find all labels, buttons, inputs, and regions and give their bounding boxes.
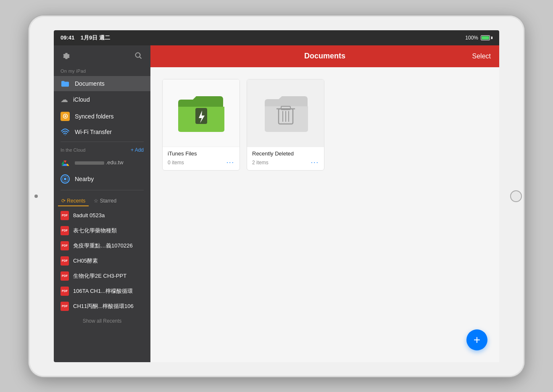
recent-files-list: PDF 8adult 0523a PDF 表七化學藥物種類 PDF 免疫學重點…… [54,208,150,314]
search-button[interactable] [133,50,144,63]
ipad-frame: 09:41 1月9日 週二 100% [29,16,524,377]
itunes-card-info: iTunes Files 0 items ··· [163,147,240,170]
pdf-icon-3: PDF [61,241,69,250]
battery-percent: 100% [465,35,478,41]
fab-add-button[interactable]: + [466,329,487,350]
recent-file-name-5: 生物化學2E CH3-PPT [73,272,126,280]
svg-point-0 [136,53,140,57]
itunes-folder-preview [163,79,240,147]
battery-fill [482,36,489,39]
recent-file-3[interactable]: PDF 免疫學重點…義1070226 [54,238,150,253]
recent-file-name-1: 8adult 0523a [73,212,105,218]
icloud-icon: ☁ [61,95,68,104]
pdf-icon-5: PDF [61,271,69,281]
sidebar: On my iPad Documents ☁ iCloud [54,45,150,362]
itunes-name: iTunes Files [168,150,234,157]
ipad-screen: 09:41 1月9日 週二 100% [54,30,499,362]
sidebar-item-gdrive[interactable]: .edu.tw [54,155,150,171]
show-all-recents[interactable]: Show all Recents [54,314,150,328]
svg-line-1 [140,57,142,59]
battery-icon [481,35,492,40]
sidebar-item-synced[interactable]: Synced folders [54,108,150,125]
home-indicator [34,195,38,198]
status-time: 09:41 [61,34,74,41]
file-card-recently-deleted[interactable]: Recently Deleted 2 items ··· [247,79,324,171]
svg-point-3 [65,134,66,135]
tab-starred[interactable]: ☆ Starred [90,196,120,206]
recents-tabs: ⟳ Recents ☆ Starred [54,193,150,208]
divider-1 [61,142,144,142]
recent-file-name-2: 表七化學藥物種類 [73,227,117,234]
itunes-items: 0 items [168,160,184,166]
trash-folder-icon [263,93,309,133]
starred-tab-icon: ☆ [94,198,98,204]
folder-blue-icon [61,80,70,87]
add-cloud-link[interactable]: + Add [131,147,144,153]
tab-recents[interactable]: ⟳ Recents [58,196,89,206]
pdf-icon-4: PDF [61,256,69,266]
status-right: 100% [465,35,492,41]
synced-icon [61,112,70,121]
recents-tab-icon: ⟳ [61,198,66,204]
main-title: Documents [304,52,345,61]
sidebar-top-bar [54,45,150,67]
file-card-itunes[interactable]: iTunes Files 0 items ··· [162,79,240,171]
itunes-more-button[interactable]: ··· [226,159,234,166]
recent-file-1[interactable]: PDF 8adult 0523a [54,208,150,223]
select-button[interactable]: Select [472,53,491,60]
recent-file-name-3: 免疫學重點…義1070226 [73,242,133,250]
sidebar-item-icloud[interactable]: ☁ iCloud [54,91,150,108]
app-body: On my iPad Documents ☁ iCloud [54,45,499,362]
nearby-label: Nearby [75,176,94,182]
recent-file-name-6: 106TA CH1...檸檬酸循環 [73,287,133,295]
settings-button[interactable] [61,50,72,63]
trash-name: Recently Deleted [252,150,319,157]
starred-tab-label: Starred [100,198,116,204]
recent-file-5[interactable]: PDF 生物化學2E CH3-PPT [54,268,150,284]
recent-file-name-4: CH05酵素 [73,257,98,265]
nearby-icon [61,174,70,184]
trash-items: 2 items [252,160,269,166]
trash-meta: 2 items ··· [252,159,319,166]
sidebar-item-documents[interactable]: Documents [54,76,150,91]
pdf-icon-7: PDF [61,302,69,311]
gdrive-icon [61,158,70,167]
recent-file-4[interactable]: PDF CH05酵素 [54,253,150,268]
pdf-icon-2: PDF [61,226,69,235]
status-time-date: 09:41 1月9日 週二 [61,34,110,42]
battery-body [481,35,490,40]
divider-2 [61,190,144,190]
recent-file-2[interactable]: PDF 表七化學藥物種類 [54,223,150,238]
recent-file-7[interactable]: PDF CH11丙酮...檸酸循環106 [54,299,150,314]
files-grid: iTunes Files 0 items ··· [150,67,499,182]
documents-label: Documents [75,80,105,87]
itunes-meta: 0 items ··· [168,159,234,166]
synced-label: Synced folders [75,113,114,120]
status-date: 1月9日 週二 [81,34,110,41]
trash-folder-preview [247,79,324,147]
pdf-icon-6: PDF [61,287,69,296]
sidebar-item-wifi[interactable]: Wi-Fi Transfer [54,125,150,139]
status-bar: 09:41 1月9日 週二 100% [54,30,499,45]
trash-more-button[interactable]: ··· [311,159,319,166]
main-content: Documents Select [150,45,499,362]
itunes-folder-icon [176,92,226,134]
cloud-section-label: In the Cloud [61,147,85,153]
main-header: Documents Select [150,45,499,67]
trash-card-info: Recently Deleted 2 items ··· [247,147,324,170]
battery-tip [491,37,492,39]
recent-file-name-7: CH11丙酮...檸酸循環106 [73,303,134,310]
recents-tab-label: Recents [67,198,85,204]
sleep-button[interactable] [510,190,522,202]
gdrive-label: .edu.tw [75,159,124,166]
sidebar-item-nearby[interactable]: Nearby [54,171,150,187]
on-device-label: On my iPad [54,67,150,76]
pdf-icon-1: PDF [61,211,69,220]
cloud-section-header: In the Cloud + Add [54,145,150,155]
icloud-label: iCloud [73,96,90,103]
wifi-icon [61,129,70,135]
wifi-label: Wi-Fi Transfer [75,129,112,135]
recent-file-6[interactable]: PDF 106TA CH1...檸檬酸循環 [54,284,150,299]
